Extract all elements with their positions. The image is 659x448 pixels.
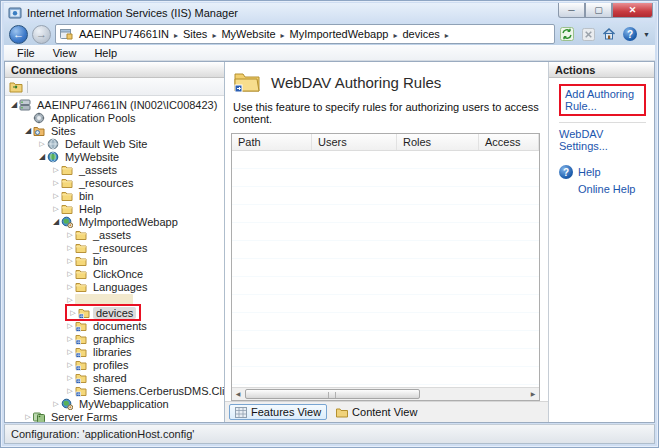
tree-item-mywebsite[interactable]: ◢MyWebsite [5,150,224,163]
forward-button[interactable]: → [32,25,51,44]
tree-item-server-farms[interactable]: ▷Server Farms [5,410,224,422]
tree-item-label: Application Pools [48,112,138,124]
collapse-icon[interactable]: ◢ [23,124,33,137]
breadcrumb[interactable]: AAEINPU74661IN▸Sites▸MyWebsite▸MyImporte… [55,24,555,44]
menu-help[interactable]: Help [85,46,126,60]
tree-item-shared[interactable]: ▷shared [5,371,224,384]
tree-item-languages[interactable]: ▷Languages [5,280,224,293]
horizontal-scrollbar[interactable]: ◀ ▶ [232,387,539,400]
connections-header: Connections [5,62,224,78]
breadcrumb-item[interactable]: devices [399,28,442,40]
expand-icon[interactable]: ▷ [65,280,75,293]
tree-item-label: bin [90,255,111,267]
online-help-link[interactable]: Online Help [578,182,635,196]
expand-icon[interactable]: ▷ [65,241,75,254]
breadcrumb-arrow-icon[interactable]: ▸ [172,31,180,40]
expand-icon[interactable]: ▷ [37,137,47,150]
tree-item-default-web-site[interactable]: ▷Default Web Site [5,137,224,150]
tab-features-view[interactable]: Features View [229,404,327,420]
expand-icon[interactable]: ▷ [65,371,75,384]
column-header-roles[interactable]: Roles [397,134,479,150]
vdir-icon [75,359,87,371]
stop-icon [580,27,596,42]
breadcrumb-item[interactable]: MyImportedWebapp [287,28,392,40]
view-tabs: Features ViewContent View [225,401,548,422]
tree-item-myimportedwebapp[interactable]: ◢MyImportedWebapp [5,215,224,228]
tree-item-libraries[interactable]: ▷libraries [5,345,224,358]
tree-item-devices[interactable]: ▷devices [5,306,224,319]
menu-bar: FileViewHelp [4,45,655,61]
expand-icon[interactable]: ▷ [51,202,61,215]
tree-item-documents[interactable]: ▷documents [5,319,224,332]
tree-item-profiles[interactable]: ▷profiles [5,358,224,371]
maximize-button[interactable]: ▢ [585,3,612,18]
collapse-icon[interactable]: ◢ [51,215,61,228]
expand-icon[interactable]: ▷ [65,332,75,345]
authoring-rules-list: PathUsersRolesAccess ◀ ▶ [231,133,540,401]
menu-file[interactable]: File [8,46,44,60]
menu-view[interactable]: View [44,46,86,60]
minimize-button[interactable]: ─ [558,3,585,18]
tree-item-aaeinpu74661in-in002-ic008423[interactable]: ◢AAEINPU74661IN (IN002\IC008423) [5,98,224,111]
expand-icon[interactable]: ▷ [65,267,75,280]
webdav-settings-link[interactable]: WebDAV Settings... [559,127,646,153]
add-authoring-rule-link[interactable]: Add Authoring Rule... [565,87,640,113]
scroll-thumb[interactable] [245,389,420,399]
column-header-path[interactable]: Path [232,134,312,150]
folder-icon [75,268,87,280]
scroll-right-arrow[interactable]: ▶ [528,389,538,399]
tab-content-view[interactable]: Content View [330,404,423,420]
tree-item-assets[interactable]: ▷_assets [5,228,224,241]
breadcrumb-item[interactable]: MyWebsite [218,28,278,40]
expand-icon[interactable]: ▷ [23,410,33,422]
help-link[interactable]: Help [578,165,601,179]
column-header-users[interactable]: Users [312,134,397,150]
expand-icon[interactable]: ▷ [51,163,61,176]
breadcrumb-item[interactable]: Sites [180,28,210,40]
close-button[interactable]: ✕ [612,3,653,18]
breadcrumb-arrow-icon[interactable]: ▸ [279,31,287,40]
save-connection-icon[interactable] [9,81,23,93]
tree-item-graphics[interactable]: ▷graphics [5,332,224,345]
expand-icon[interactable]: ▷ [51,176,61,189]
home-icon[interactable] [601,27,617,42]
expand-icon[interactable]: ▷ [51,397,61,410]
tree-item-clickonce[interactable]: ▷ClickOnce [5,267,224,280]
tree-item-help[interactable]: ▷Help [5,202,224,215]
tree-item-application-pools[interactable]: Application Pools [5,111,224,124]
help-dropdown-caret[interactable]: ▼ [643,31,650,38]
folder-icon [336,407,348,418]
expand-icon[interactable]: ▷ [51,189,61,202]
breadcrumb-arrow-icon[interactable]: ▸ [443,31,451,40]
collapse-icon[interactable]: ◢ [9,98,19,111]
tree-item-assets[interactable]: ▷_assets [5,163,224,176]
tree-item-bin[interactable]: ▷bin [5,189,224,202]
expand-icon[interactable]: ▷ [65,319,75,332]
vdir-icon [75,385,87,397]
tree-item-sites[interactable]: ◢Sites [5,124,224,137]
tree-item-bin[interactable]: ▷bin [5,254,224,267]
expand-icon[interactable]: ▷ [65,254,75,267]
column-header-access[interactable]: Access [479,134,539,150]
expand-icon[interactable]: ▷ [65,384,75,397]
tree-item-siemens-cerberusdms-clickonce[interactable]: ▷Siemens.CerberusDMS.ClickOnce [5,384,224,397]
tree-item-mywebapplication[interactable]: ▷MyWebapplication [5,397,224,410]
expand-icon[interactable]: ▷ [65,345,75,358]
breadcrumb-item[interactable]: AAEINPU74661IN [76,28,172,40]
list-body[interactable] [232,151,539,387]
refresh-icon[interactable] [559,27,575,42]
tree-item-resources[interactable]: ▷_resources [5,241,224,254]
tree-item-label: documents [90,320,150,332]
actions-panel: Actions Add Authoring Rule... WebDAV Set… [548,62,654,422]
scroll-left-arrow[interactable]: ◀ [233,389,243,399]
expand-icon[interactable]: ▷ [68,306,78,319]
window-title: Internet Information Services (IIS) Mana… [27,7,238,19]
collapse-icon[interactable]: ◢ [37,150,47,163]
back-button[interactable]: ← [9,25,28,44]
tree-item-label: Languages [90,281,150,293]
expand-icon[interactable]: ▷ [65,228,75,241]
tree-item-resources[interactable]: ▷_resources [5,176,224,189]
tree-item-label: Sites [48,125,78,137]
expand-icon[interactable]: ▷ [65,358,75,371]
help-icon[interactable]: ? [622,27,638,42]
